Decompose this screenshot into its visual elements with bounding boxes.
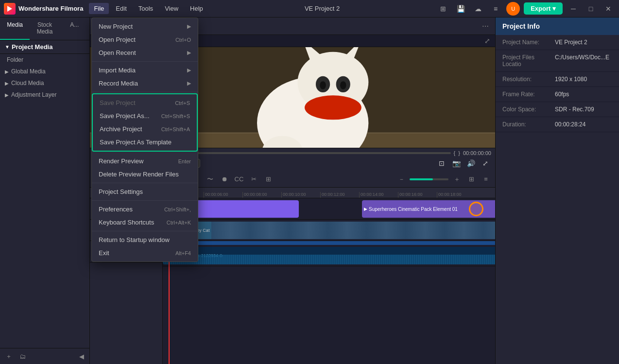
folder-item[interactable]: Folder (0, 54, 89, 66)
record-button[interactable]: ⏺ (218, 173, 231, 186)
tree-item-adjustment-layer[interactable]: ▶ Adjustment Layer (0, 89, 89, 101)
menu-section-save: Save Project Ctrl+S Save Project As... C… (92, 93, 198, 152)
info-row-location: Project Files Locatio C:/Users/WS/Doc...… (496, 50, 619, 72)
menu-tools[interactable]: Tools (134, 3, 158, 14)
zoom-slider[interactable] (410, 178, 448, 180)
fullscreen-icon[interactable]: ⤢ (480, 157, 491, 169)
menu-save-as-template[interactable]: Save Project As Template (93, 136, 197, 149)
user-avatar[interactable]: U (506, 2, 520, 16)
export-button[interactable]: Export ▾ (524, 2, 563, 15)
collapse-button[interactable]: ◀ (77, 351, 86, 361)
subtitle-button[interactable]: CC (233, 173, 245, 186)
audio-track: 🎵 Pexels Videos 2122934 ⊙ (163, 245, 495, 266)
waveform-button[interactable]: 〜 (204, 173, 216, 186)
menu-open-recent[interactable]: Open Recent ▶ (92, 46, 198, 59)
close-button[interactable]: ✕ (602, 2, 615, 16)
svg-marker-0 (7, 6, 12, 12)
project-info-title: Project Info (502, 22, 540, 30)
ruler-mark-5: 00:00:14:00 (359, 192, 398, 198)
menu-delete-preview[interactable]: Delete Preview Render Files (92, 168, 198, 181)
zoom-controls: － ＋ ⊞ ≡ (395, 173, 492, 186)
info-label-resolution: Resolution: (502, 76, 551, 83)
info-label-duration: Duration: (502, 121, 551, 128)
menu-section-settings: Project Settings (92, 183, 198, 201)
tab-extra[interactable]: A... (60, 17, 89, 40)
left-panel: Media Stock Media A... ▼ Project Media F… (0, 17, 90, 364)
layout-icon[interactable]: ⊡ (436, 157, 447, 169)
app-logo: Wondershare Filmora (4, 3, 83, 15)
info-row-name: Project Name: VE Project 2 (496, 35, 619, 50)
menu-new-project[interactable]: New Project ▶ (92, 20, 198, 33)
tree-arrow-icon: ▶ (5, 81, 9, 86)
menu-archive-project[interactable]: Archive Project Ctrl+Shift+A (93, 122, 197, 136)
tree-item-cloud-media[interactable]: ▶ Cloud Media (0, 77, 89, 89)
view-toggle-icon[interactable]: ⊞ (436, 2, 450, 16)
menu-import-arrow: ▶ (187, 67, 191, 73)
menu-save-as-shortcut: Ctrl+Shift+S (161, 113, 190, 119)
timeline-ruler-and-clips: 00:00:04:00 00:00:06:00 00:00:08:00 00:0… (163, 188, 495, 364)
zoom-out-button[interactable]: － (395, 173, 408, 186)
menu-project-settings[interactable]: Project Settings (92, 185, 198, 198)
menu-view[interactable]: View (160, 3, 183, 14)
cloud-icon[interactable]: ☁ (471, 2, 485, 16)
menu-file[interactable]: File (89, 3, 109, 14)
info-value-location: C:/Users/WS/Doc...E (555, 54, 612, 68)
menu-keyboard-shortcut: Ctrl+Alt+K (167, 220, 191, 225)
menu-save-project-as[interactable]: Save Project As... Ctrl+Shift+S (93, 109, 197, 122)
tab-stock-media[interactable]: Stock Media (30, 17, 59, 40)
project-title: VE Project 2 (305, 5, 340, 12)
menu-preferences[interactable]: Preferences Ctrl+Shift+, (92, 203, 198, 216)
tree-item-global-media[interactable]: ▶ Global Media (0, 66, 89, 77)
info-row-resolution: Resolution: 1920 x 1080 (496, 72, 619, 87)
minimize-button[interactable]: ─ (567, 2, 580, 16)
menu-keyboard-shortcuts[interactable]: Keyboard Shortcuts Ctrl+Alt+K (92, 216, 198, 229)
menu-exit[interactable]: Exit Alt+F4 (92, 246, 198, 260)
menu-section-project: New Project ▶ Open Project Ctrl+O Open R… (92, 18, 198, 62)
menu-render-shortcut: Enter (178, 158, 191, 164)
more-options-button[interactable]: ⋯ (480, 20, 491, 32)
volume-icon[interactable]: 🔊 (465, 157, 477, 169)
split-button[interactable]: ✂ (247, 173, 260, 186)
menu-section-exit: Return to Startup window Exit Alt+F4 (92, 231, 198, 261)
player-fullscreen-icon[interactable]: ⤢ (484, 37, 490, 45)
menu-save-project[interactable]: Save Project Ctrl+S (93, 96, 197, 109)
project-info-header: Project Info (496, 17, 619, 35)
list-view-button[interactable]: ≡ (480, 173, 492, 186)
tree-arrow-icon: ▶ (5, 92, 9, 98)
clip-superheroes[interactable]: ▶ Superheroes Cinematic Pack Element 01 (362, 200, 495, 218)
save-icon[interactable]: 💾 (454, 2, 467, 16)
waveform[interactable]: 🎵 Pexels Videos 2122934 ⊙ (163, 247, 495, 264)
menu-exit-shortcut: Alt+F4 (175, 250, 191, 256)
menu-import-media[interactable]: Import Media ▶ (92, 64, 198, 77)
menu-edit[interactable]: Edit (111, 3, 131, 14)
info-value-framerate: 60fps (555, 91, 612, 98)
video-track: 🎬 Video Of Funny Cat (163, 220, 495, 241)
menu-exit-label: Exit (99, 249, 109, 257)
menu-help[interactable]: Help (185, 3, 208, 14)
project-media-title: ▼ Project Media (5, 43, 52, 51)
bracket-left[interactable]: { (454, 150, 456, 156)
zoom-in-button[interactable]: ＋ (450, 173, 463, 186)
settings-icon[interactable]: ≡ (489, 2, 502, 16)
clip-superheroes-label: Superheroes Cinematic Pack Element 01 (369, 207, 458, 212)
topbar: Wondershare Filmora File Edit Tools View… (0, 0, 619, 17)
grid-view-button[interactable]: ⊞ (465, 173, 478, 186)
info-row-duration: Duration: 00:00:28:24 (496, 117, 619, 132)
bracket-right[interactable]: } (458, 150, 460, 156)
menu-open-project[interactable]: Open Project Ctrl+O (92, 33, 198, 46)
menu-save-label: Save Project (100, 99, 136, 106)
maximize-button[interactable]: □ (584, 2, 598, 16)
screenshot-icon[interactable]: 📷 (450, 157, 462, 169)
menu-new-project-label: New Project (99, 23, 133, 30)
menu-render-preview[interactable]: Render Preview Enter (92, 155, 198, 168)
clip-video-cat[interactable]: 🎬 Video Of Funny Cat (163, 222, 495, 239)
extra-button[interactable]: ⊞ (262, 173, 275, 186)
menu-return-startup[interactable]: Return to Startup window (92, 233, 198, 246)
tab-media[interactable]: Media (0, 17, 30, 40)
menu-open-recent-label: Open Recent (99, 49, 136, 56)
section-title-text: Project Media (12, 43, 53, 51)
folder-label: Folder (7, 56, 23, 63)
new-folder-button[interactable]: 🗂 (17, 350, 28, 362)
menu-record-media[interactable]: Record Media ▶ (92, 77, 198, 90)
add-media-button[interactable]: + (3, 350, 15, 362)
